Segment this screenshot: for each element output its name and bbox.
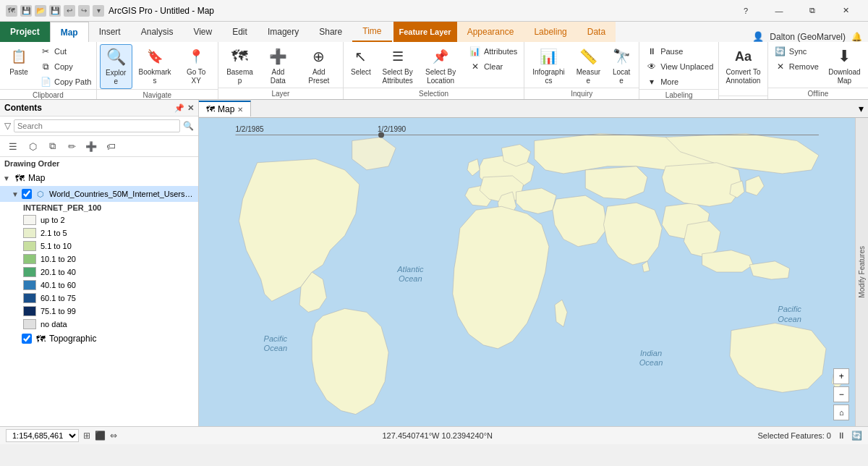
edit-layer-btn[interactable]: ✏ xyxy=(63,138,80,154)
grid-icon[interactable]: ⊞ xyxy=(83,431,90,441)
attributes-label: Attributes xyxy=(484,47,517,56)
search-icon[interactable]: 🔍 xyxy=(183,121,194,131)
legend-section: INTERNET_PER_100 up to 2 2.1 to 5 5.1 to… xyxy=(0,202,198,331)
tab-appearance[interactable]: Appearance xyxy=(457,22,524,42)
download-map-label: Download Map xyxy=(827,68,861,85)
contents-toolbar: ☰ ⬡ ⧉ ✏ ➕ 🏷 xyxy=(0,136,198,157)
more-labeling-btn[interactable]: ▾ More xyxy=(642,75,717,89)
cut-btn[interactable]: ✂ Cut xyxy=(36,44,95,59)
more-icon[interactable]: ▾ xyxy=(93,5,104,17)
close-btn[interactable]: ✕ xyxy=(829,0,862,22)
add-data-icon: ➕ xyxy=(268,46,288,67)
sync-btn[interactable]: 🔄 Sync xyxy=(771,44,822,59)
copy-btn[interactable]: ⧉ Copy xyxy=(36,59,95,74)
save2-icon[interactable]: 💾 xyxy=(49,5,61,17)
map-tab-close[interactable]: ✕ xyxy=(237,106,243,114)
pause-btn[interactable]: ⏸ Pause xyxy=(642,44,717,59)
tab-map[interactable]: Map xyxy=(50,22,89,42)
download-map-btn[interactable]: ⬇ Download Map xyxy=(824,44,865,88)
map-tab-icon: 🗺 xyxy=(206,104,215,114)
tab-share[interactable]: Share xyxy=(309,22,352,42)
table-view-btn[interactable]: ⬡ xyxy=(24,138,41,154)
map-canvas[interactable]: Pacific Ocean Atlantic Ocean Pacific Oce… xyxy=(199,118,855,426)
add-preset-btn[interactable]: ⊕ Add Preset xyxy=(298,44,340,88)
world-layer-checkbox[interactable] xyxy=(22,189,32,199)
copy-path-btn[interactable]: 📄 Copy Path xyxy=(36,75,95,89)
tab-time[interactable]: Time xyxy=(352,22,391,42)
title-bar-icons: 🗺 💾 📂 💾 ↩ ↪ ▾ xyxy=(6,5,104,17)
tree-item-world-layer[interactable]: ▼ ⬡ World_Countries_50M_Internet_Users_T… xyxy=(0,186,198,202)
table-icon[interactable]: ⬛ xyxy=(95,431,106,441)
arrow-icon[interactable]: ⇔ xyxy=(110,431,117,441)
map-controls: + − ⌂ xyxy=(833,368,849,420)
home-btn[interactable]: ⌂ xyxy=(833,404,849,420)
tab-project[interactable]: Project xyxy=(0,22,50,42)
visibility-btn[interactable]: ⧉ xyxy=(43,138,61,154)
tab-view[interactable]: View xyxy=(183,22,222,42)
user-name: Dalton (GeoMarvel) xyxy=(770,32,846,42)
refresh-status-icon[interactable]: 🔄 xyxy=(851,431,862,441)
legend-swatch-1 xyxy=(23,228,36,238)
add-layer-btn[interactable]: ➕ xyxy=(82,138,100,154)
measure-btn[interactable]: 📏 Measure xyxy=(571,44,606,88)
help-btn[interactable]: ? xyxy=(729,0,762,22)
select-by-location-btn[interactable]: 📌 Select By Location xyxy=(420,44,461,88)
bookmarks-btn[interactable]: 🔖 Bookmarks xyxy=(134,44,176,88)
convert-annotation-btn[interactable]: Aa Convert To Annotation xyxy=(722,44,765,88)
goto-xy-btn[interactable]: 📍 Go To XY xyxy=(177,44,215,88)
undo-icon[interactable]: ↩ xyxy=(64,5,75,17)
paste-btn[interactable]: 📋 Paste xyxy=(3,44,35,79)
user-area: 👤 Dalton (GeoMarvel) 🔔 xyxy=(752,31,868,42)
map-area-expand-btn[interactable]: ▾ xyxy=(854,100,868,117)
legend-swatch-5 xyxy=(23,280,36,290)
add-data-btn[interactable]: ➕ Add Data xyxy=(260,44,297,88)
select-by-attributes-btn[interactable]: ☰ Select By Attributes xyxy=(377,44,419,88)
tab-data[interactable]: Data xyxy=(577,22,616,42)
modify-sidebar[interactable]: Modify Features xyxy=(855,118,868,426)
contents-close-icon[interactable]: ✕ xyxy=(187,103,194,113)
scale-selector[interactable]: 1:154,685,461 xyxy=(6,429,79,442)
zoom-out-btn[interactable]: − xyxy=(833,386,849,402)
copy-path-icon: 📄 xyxy=(40,76,51,88)
attributes-btn[interactable]: 📊 Attributes xyxy=(466,44,521,59)
remove-btn[interactable]: ✕ Remove xyxy=(771,59,822,74)
select-btn[interactable]: ↖ Select xyxy=(346,44,375,79)
search-input[interactable] xyxy=(14,119,180,132)
save-icon[interactable]: 💾 xyxy=(20,5,32,17)
title-bar: 🗺 💾 📂 💾 ↩ ↪ ▾ ArcGIS Pro - Untitled - Ma… xyxy=(0,0,868,22)
clear-btn[interactable]: ✕ Clear xyxy=(466,59,521,74)
map-tab[interactable]: 🗺 Map ✕ xyxy=(199,101,251,116)
topographic-checkbox[interactable] xyxy=(22,334,32,344)
infographics-btn[interactable]: 📊 Infographics xyxy=(527,44,569,88)
basemap-btn[interactable]: 🗺 Basemap xyxy=(221,44,258,88)
svg-text:Ocean: Ocean xyxy=(639,358,663,367)
contents-search: ▽ 🔍 xyxy=(0,116,198,136)
tag-btn[interactable]: 🏷 xyxy=(102,138,119,154)
explore-btn[interactable]: 🔍 Explore xyxy=(100,44,132,89)
locate-btn[interactable]: 🔭 Locate xyxy=(607,44,636,88)
maximize-btn[interactable]: ⧉ xyxy=(796,0,829,22)
tab-labeling[interactable]: Labeling xyxy=(524,22,576,42)
redo-icon[interactable]: ↪ xyxy=(78,5,90,17)
map-toggle[interactable]: ▼ xyxy=(3,174,13,182)
pin-icon[interactable]: 📌 xyxy=(174,103,184,113)
tab-insert[interactable]: Insert xyxy=(89,22,131,42)
zoom-in-btn[interactable]: + xyxy=(833,368,849,384)
locate-label: Locate xyxy=(610,68,632,85)
list-view-btn[interactable]: ☰ xyxy=(4,138,22,154)
tab-imagery[interactable]: Imagery xyxy=(258,22,309,42)
tree-item-topographic[interactable]: 🗺 Topographic xyxy=(0,331,198,347)
world-layer-toggle[interactable]: ▼ xyxy=(12,190,22,198)
app-icon: 🗺 xyxy=(6,5,17,17)
open-icon[interactable]: 📂 xyxy=(35,5,46,17)
minimize-btn[interactable]: — xyxy=(762,0,796,22)
modify-sidebar-label[interactable]: Modify Features xyxy=(858,246,866,298)
pause-status-icon[interactable]: ⏸ xyxy=(837,431,846,441)
view-unplaced-btn[interactable]: 👁 View Unplaced xyxy=(642,59,717,74)
tree-item-map[interactable]: ▼ 🗺 Map xyxy=(0,170,198,186)
navigate-label: Navigate xyxy=(97,89,218,101)
basemap-icon: 🗺 xyxy=(229,46,250,67)
bell-icon[interactable]: 🔔 xyxy=(851,32,862,42)
tab-analysis[interactable]: Analysis xyxy=(131,22,184,42)
tab-edit[interactable]: Edit xyxy=(222,22,258,42)
